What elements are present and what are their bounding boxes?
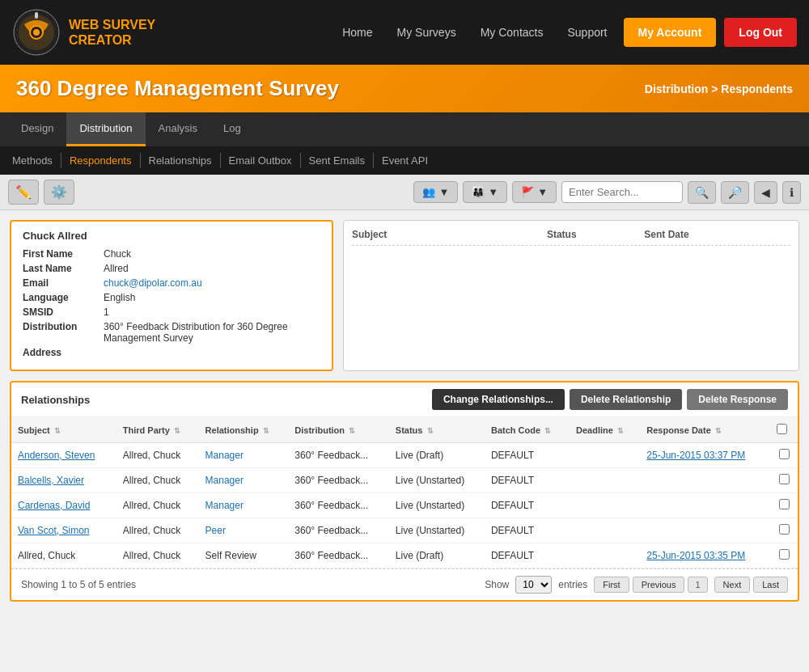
distribution-value-0: 360° Feedback... — [294, 450, 368, 461]
cell-checkbox-2[interactable] — [770, 493, 798, 518]
toolbar: ✏️ ⚙️ 👥 ▼ 👨‍👩‍👧 ▼ 🚩 ▼ 🔍 🔎 ◀ ℹ — [0, 175, 809, 210]
cell-status-3: Live (Unstarted) — [389, 518, 485, 543]
nav-support[interactable]: Support — [567, 26, 607, 39]
per-page-select[interactable]: 10 25 50 — [515, 576, 552, 594]
relationship-value-0[interactable]: Manager — [205, 450, 244, 461]
flag-icon: 🚩 — [521, 186, 534, 198]
entries-label: entries — [558, 579, 587, 590]
cell-subject-0[interactable]: Anderson, Steven — [11, 443, 116, 468]
search-input[interactable] — [561, 181, 683, 203]
subnav-email-outbox[interactable]: Email Outbox — [221, 153, 301, 168]
relationship-value-2[interactable]: Manager — [205, 500, 244, 511]
col-deadline[interactable]: Deadline ⇅ — [570, 417, 640, 443]
col-checkbox[interactable] — [770, 417, 798, 443]
row-checkbox-1[interactable] — [779, 474, 790, 484]
search-button[interactable]: 🔍 — [688, 181, 716, 204]
cell-deadline-3 — [570, 518, 640, 543]
tab-design[interactable]: Design — [8, 112, 66, 146]
status-value-3: Live (Unstarted) — [396, 525, 464, 536]
third-party-value-2: Allred, Chuck — [123, 500, 180, 511]
my-account-button[interactable]: My Account — [624, 18, 717, 47]
delete-response-button[interactable]: Delete Response — [687, 389, 788, 410]
group-dropdown-button[interactable]: 👨‍👩‍👧 ▼ — [463, 181, 507, 203]
nav-home[interactable]: Home — [342, 26, 372, 39]
flag-dropdown-button[interactable]: 🚩 ▼ — [512, 181, 557, 203]
people-dropdown-button[interactable]: 👥 ▼ — [413, 181, 458, 203]
last-page-button[interactable]: Last — [753, 577, 788, 593]
email-value[interactable]: chuck@dipolar.com.au — [104, 277, 202, 289]
relationship-value-3[interactable]: Peer — [205, 525, 226, 536]
row-checkbox-3[interactable] — [779, 524, 790, 535]
row-checkbox-4[interactable] — [779, 549, 790, 560]
nav-my-surveys[interactable]: My Surveys — [397, 26, 456, 39]
cell-relationship-4: Self Review — [199, 543, 289, 568]
subject-value-3[interactable]: Van Scot, Simon — [18, 525, 90, 536]
person-language-field: Language English — [23, 292, 320, 303]
cell-deadline-0 — [570, 443, 640, 468]
showing-text: Showing 1 to 5 of 5 entries — [21, 579, 136, 590]
back-button[interactable]: ◀ — [754, 181, 777, 204]
row-checkbox-0[interactable] — [779, 449, 790, 459]
cell-checkbox-0[interactable] — [770, 443, 798, 468]
person-first-name-field: First Name Chuck — [23, 248, 320, 260]
cell-subject-1[interactable]: Balcells, Xavier — [11, 468, 116, 493]
subnav-sent-emails[interactable]: Sent Emails — [301, 153, 374, 168]
subnav-methods[interactable]: Methods — [12, 153, 61, 168]
cell-status-0: Live (Draft) — [389, 443, 485, 468]
cell-subject-3[interactable]: Van Scot, Simon — [11, 518, 116, 543]
batch-code-value-0: DEFAULT — [491, 450, 534, 461]
select-all-checkbox[interactable] — [777, 424, 787, 434]
info-button[interactable]: ℹ — [782, 181, 801, 204]
cell-checkbox-1[interactable] — [770, 468, 798, 493]
tab-log[interactable]: Log — [210, 112, 254, 146]
cell-batch-code-0: DEFAULT — [485, 443, 570, 468]
cell-subject-2[interactable]: Cardenas, David — [11, 493, 116, 518]
logout-button[interactable]: Log Out — [724, 18, 797, 47]
table-row: Van Scot, Simon Allred, Chuck Peer 360° … — [11, 518, 798, 543]
delete-relationship-button[interactable]: Delete Relationship — [570, 389, 682, 410]
subject-value-0[interactable]: Anderson, Steven — [18, 450, 95, 461]
col-third-party[interactable]: Third Party ⇅ — [116, 417, 199, 443]
edit-icon-button[interactable]: ✏️ — [8, 180, 39, 205]
cell-relationship-0: Manager — [199, 443, 289, 468]
change-relationships-button[interactable]: Change Relationships... — [432, 389, 565, 410]
cell-checkbox-4[interactable] — [770, 543, 798, 568]
col-batch-code[interactable]: Batch Code ⇅ — [485, 417, 570, 443]
col-distribution[interactable]: Distribution ⇅ — [288, 417, 389, 443]
subnav-event-api[interactable]: Event API — [374, 153, 436, 168]
cell-checkbox-3[interactable] — [770, 518, 798, 543]
subject-value-2[interactable]: Cardenas, David — [18, 500, 90, 511]
subject-value-1[interactable]: Balcells, Xavier — [18, 475, 84, 486]
third-party-value-3: Allred, Chuck — [123, 525, 180, 536]
relationship-value-1[interactable]: Manager — [205, 475, 244, 486]
col-subject[interactable]: Subject ⇅ — [11, 417, 116, 443]
col-response-date[interactable]: Response Date ⇅ — [640, 417, 770, 443]
sort-status-icon: ⇅ — [427, 427, 434, 435]
email-sent-date-header: Sent Date — [644, 229, 790, 240]
relationship-value-4: Self Review — [205, 550, 256, 561]
col-relationship[interactable]: Relationship ⇅ — [199, 417, 289, 443]
next-page-button[interactable]: Next — [714, 577, 751, 593]
response-date-value-4[interactable]: 25-Jun-2015 03:35 PM — [646, 550, 745, 561]
first-name-label: First Name — [23, 248, 104, 260]
response-date-value-0[interactable]: 25-Jun-2015 03:37 PM — [646, 450, 745, 461]
previous-page-button[interactable]: Previous — [633, 577, 685, 593]
cell-batch-code-2: DEFAULT — [485, 493, 570, 518]
col-status[interactable]: Status ⇅ — [389, 417, 485, 443]
relationships-buttons: Change Relationships... Delete Relations… — [432, 389, 788, 410]
tab-analysis[interactable]: Analysis — [146, 112, 210, 146]
person-card: Chuck Allred First Name Chuck Last Name … — [10, 220, 333, 371]
cell-response-date-4: 25-Jun-2015 03:35 PM — [640, 543, 770, 568]
settings-icon-button[interactable]: ⚙️ — [44, 180, 74, 205]
subnav-respondents[interactable]: Respondents — [61, 153, 141, 168]
subnav-relationships[interactable]: Relationships — [141, 153, 221, 168]
row-checkbox-2[interactable] — [779, 499, 790, 509]
sort-distribution-icon: ⇅ — [349, 427, 355, 435]
first-page-button[interactable]: First — [594, 577, 629, 593]
tab-distribution[interactable]: Distribution — [66, 112, 145, 146]
table-row: Allred, Chuck Allred, Chuck Self Review … — [11, 543, 798, 568]
advanced-search-button[interactable]: 🔎 — [721, 181, 749, 204]
distribution-value-1: 360° Feedback... — [294, 475, 368, 486]
people-icon: 👥 — [422, 186, 435, 198]
nav-my-contacts[interactable]: My Contacts — [481, 26, 544, 39]
